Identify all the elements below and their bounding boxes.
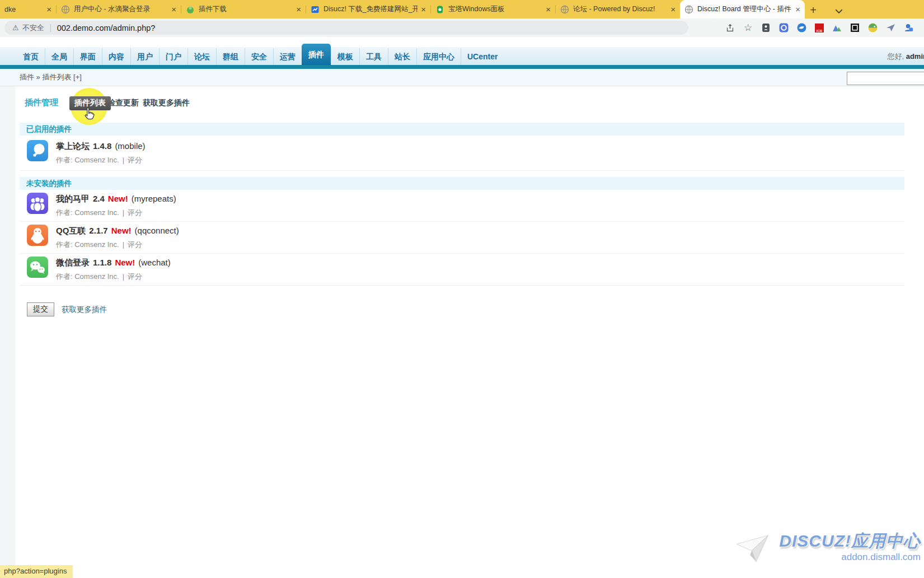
nav-item-operation[interactable]: 运营 (273, 48, 302, 65)
teal-divider-bar (0, 65, 924, 69)
rating-link[interactable]: 评分 (128, 208, 142, 217)
discuz-appcenter-watermark[interactable]: DISCUZ!应用中心 addon.dismall.com (734, 530, 921, 567)
author-divider: | (123, 208, 124, 217)
tab-get-more-plugins[interactable]: 获取更多插件 (143, 98, 190, 108)
close-icon[interactable]: × (546, 5, 551, 13)
share-icon[interactable] (725, 23, 735, 32)
nav-item-portal[interactable]: 门户 (159, 48, 187, 65)
greeting-username: admin (906, 52, 924, 60)
nav-item-user[interactable]: 用户 (130, 48, 159, 65)
nav-item-ucenter[interactable]: UCenter (461, 48, 504, 65)
rating-link[interactable]: 评分 (128, 156, 142, 164)
rating-link[interactable]: 评分 (128, 272, 142, 281)
plugin-code: (qqconnect) (135, 226, 179, 235)
new-tab-button[interactable]: + (805, 2, 822, 18)
baota-icon (435, 5, 444, 14)
plugin-code: (mobile) (115, 141, 145, 151)
nav-item-group[interactable]: 群组 (216, 48, 245, 65)
author-divider: | (123, 156, 124, 164)
plugin-admin-content: 插件管理 插件列表 检查更新 获取更多插件 已启用的插件 掌上论坛1.4.8(m… (0, 86, 924, 316)
chevron-down-icon[interactable] (835, 6, 843, 12)
plugin-name[interactable]: 掌上论坛 (56, 141, 90, 151)
frame-extension-icon[interactable] (850, 23, 860, 32)
plugin-name[interactable]: QQ互联 (56, 226, 86, 235)
tab-check-update[interactable]: 检查更新 (107, 98, 139, 108)
profile-avatar-icon[interactable] (904, 23, 913, 32)
myrepeats-plugin-icon (27, 193, 48, 214)
nav-item-template[interactable]: 模板 (331, 48, 359, 65)
close-icon[interactable]: × (670, 5, 676, 13)
get-more-plugins-link[interactable]: 获取更多插件 (62, 305, 107, 315)
browser-window: dke × 用户中心 - 水滴聚合登录 × 插件下载 × Disucz! 下载_… (0, 0, 924, 578)
plugin-version: 1.1.8 (93, 258, 111, 267)
plugin-name[interactable]: 微信登录 (56, 258, 90, 267)
tab-title: 论坛 - Powered by Discuz! (573, 4, 667, 14)
circle-o-extension-icon[interactable] (779, 23, 789, 32)
browser-tab-active[interactable]: Discuz! Board 管理中心 - 插件 × (680, 0, 805, 18)
nav-item-webmaster[interactable]: 站长 (388, 48, 416, 65)
status-url-bubble: php?action=plugins (0, 565, 73, 578)
address-bar[interactable]: ⚠ 不安全 002.demo.com/admin.php? (4, 21, 688, 35)
security-label: 不安全 (22, 23, 44, 33)
browser-tab[interactable]: 插件下载 × (181, 0, 306, 18)
nav-item-global[interactable]: 全局 (45, 48, 73, 65)
admin-top-nav: 首页 全局 界面 内容 用户 门户 论坛 群组 安全 运营 插件 模板 工具 站… (0, 47, 924, 65)
bird-extension-icon[interactable] (868, 23, 878, 32)
plugin-row-mobile: 掌上论坛1.4.8(mobile) 作者: Comsenz Inc.|评分 (20, 136, 904, 171)
watermark-suffix: 应用中心 (851, 532, 921, 550)
nav-item-home[interactable]: 首页 (17, 48, 45, 65)
wave-extension-icon[interactable] (797, 23, 806, 32)
qqconnect-plugin-icon (27, 225, 48, 246)
mountain-extension-icon[interactable] (832, 23, 842, 32)
plugin-version: 2.4 (93, 194, 105, 203)
new-badge: New! (108, 194, 128, 203)
plane-extension-icon[interactable] (886, 23, 895, 32)
icb-label: ICB (817, 29, 822, 32)
close-icon[interactable]: × (421, 5, 426, 13)
greeting: 您好, admin (887, 52, 924, 62)
plugin-row-qqconnect: QQ互联2.1.7New!(qqconnect) 作者: Comsenz Inc… (20, 222, 904, 254)
section-uninstalled-plugins: 未安装的插件 (20, 177, 904, 190)
nav-item-security[interactable]: 安全 (245, 48, 273, 65)
url-text: 002.demo.com/admin.php? (57, 24, 156, 32)
close-icon[interactable]: × (296, 5, 301, 13)
discuz-admin-page: 首页 全局 界面 内容 用户 门户 论坛 群组 安全 运营 插件 模板 工具 站… (0, 37, 924, 578)
icb-extension-icon[interactable]: ICB (815, 24, 824, 32)
plugin-manage-link[interactable]: 插件管理 (25, 97, 58, 108)
browser-toolbar: ⚠ 不安全 002.demo.com/admin.php? ☆ ICB (0, 18, 924, 37)
browser-tab[interactable]: 用户中心 - 水滴聚合登录 × (57, 0, 181, 18)
nav-item-interface[interactable]: 界面 (73, 48, 102, 65)
submit-button[interactable]: 提交 (27, 302, 54, 316)
tab-title: 插件下载 (199, 4, 293, 14)
wechat-plugin-icon (27, 257, 48, 278)
close-icon[interactable]: × (171, 5, 176, 13)
browser-tab[interactable]: dke × (0, 0, 56, 18)
toolbar-icons: ☆ ICB (725, 18, 913, 37)
watermark-brand: DISCUZ! (779, 532, 851, 550)
author-divider: | (123, 272, 124, 281)
plugin-author: 作者: Comsenz Inc. (56, 272, 119, 281)
tab-title: Discuz! Board 管理中心 - 插件 (697, 4, 792, 14)
plugin-version: 1.4.8 (93, 141, 111, 151)
submit-row: 提交 获取更多插件 (27, 302, 924, 316)
nav-item-content[interactable]: 内容 (102, 48, 130, 65)
bookmark-star-icon[interactable]: ☆ (743, 23, 753, 32)
close-icon[interactable]: × (46, 5, 51, 13)
browser-tab[interactable]: 宝塔Windows面板 × (431, 0, 555, 18)
admin-nav-menu: 首页 全局 界面 内容 用户 门户 论坛 群组 安全 运营 插件 模板 工具 站… (17, 44, 504, 65)
badge-extension-icon[interactable] (761, 23, 771, 32)
nav-item-tools[interactable]: 工具 (359, 48, 388, 65)
admin-search-input[interactable] (847, 72, 924, 85)
nav-item-appcenter[interactable]: 应用中心 (416, 48, 461, 65)
close-icon[interactable]: × (795, 5, 800, 13)
browser-tab[interactable]: 论坛 - Powered by Discuz! × (556, 0, 680, 18)
tab-title: Disucz! 下载_免费搭建网站_开 (323, 4, 418, 14)
rating-link[interactable]: 评分 (128, 240, 142, 249)
green-site-icon (186, 5, 195, 14)
browser-tab[interactable]: Disucz! 下载_免费搭建网站_开 × (306, 0, 430, 18)
nav-item-forum[interactable]: 论坛 (187, 48, 216, 65)
nav-item-plugins-active[interactable]: 插件 (302, 44, 331, 65)
plugin-name[interactable]: 我的马甲 (56, 194, 90, 203)
warning-icon[interactable]: ⚠ (12, 24, 19, 32)
breadcrumb-bar: 插件 » 插件列表 [+] (0, 69, 924, 86)
